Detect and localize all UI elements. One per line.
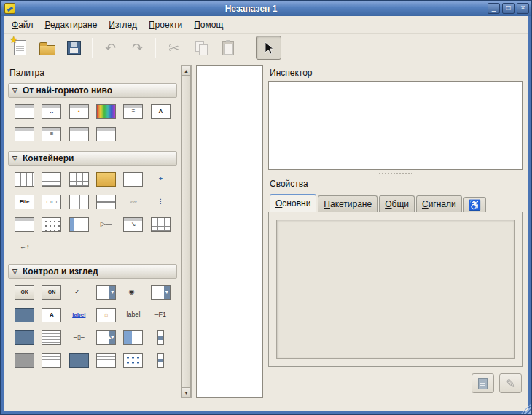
selector-button[interactable] (256, 36, 281, 60)
notebook-icon (151, 217, 171, 232)
hbox-icon (42, 172, 61, 187)
palette-section-header[interactable]: ▽От най-горното ниво (8, 83, 177, 98)
palette-item-file-chooser-button[interactable]: ⌂ (93, 307, 120, 322)
menu-projects[interactable]: Проекти (144, 18, 187, 32)
palette-item-vpaned[interactable] (66, 194, 93, 209)
palette-item-viewport[interactable]: ↘ (120, 217, 146, 232)
palette-item-input-dialog[interactable] (11, 126, 38, 141)
palette-item-frame[interactable] (93, 171, 120, 187)
paste-button[interactable] (215, 36, 240, 60)
palette-item-hbuttonbox[interactable]: ▫▫▫ (120, 194, 146, 209)
hscale-icon: –▯– (69, 330, 89, 345)
palette-item-font-selection-dialog[interactable]: A (147, 104, 174, 119)
palette-item-radio-button[interactable]: ◉– (120, 284, 146, 300)
palette-item-vbuttonbox[interactable]: ⋮ (147, 194, 174, 209)
palette-item-expander[interactable]: ▷— (93, 217, 120, 232)
palette-item-dialog[interactable]: ‥ (38, 104, 65, 119)
palette-item-alignment[interactable] (11, 217, 38, 232)
expander-triangle-icon: ▽ (12, 268, 17, 275)
palette-item-combo-box[interactable]: ▾ (147, 284, 174, 300)
menu-edit[interactable]: Редактиране (40, 18, 103, 32)
cut-button[interactable]: ✂ (161, 36, 187, 60)
statusbar-icon (15, 353, 34, 368)
palette-item-entry[interactable] (11, 307, 38, 322)
palette-item-calendar[interactable] (38, 352, 65, 368)
palette-item-check-button[interactable]: ✓– (66, 284, 93, 300)
palette-section-header[interactable]: ▽Контрол и изглед (8, 264, 177, 279)
save-button[interactable] (61, 36, 87, 60)
undo-button[interactable]: ↶ (98, 36, 123, 60)
combo-box-icon: ▾ (151, 285, 171, 300)
menu-file[interactable]: Файл (7, 18, 39, 32)
tab-general[interactable]: Основни (270, 194, 316, 212)
tab-common[interactable]: Общи (379, 195, 415, 212)
palette-scrollbar[interactable]: ▲ ▼ (181, 65, 192, 398)
palette-item-toggle-button[interactable]: ON (38, 284, 65, 300)
palette-item-vbox[interactable] (11, 171, 38, 187)
palette-item-file-chooser-dialog[interactable]: ≡ (120, 104, 146, 119)
scrollbar-thumb[interactable] (181, 76, 191, 387)
palette-item-window[interactable] (11, 104, 38, 119)
palette-item-label[interactable]: label (120, 307, 146, 322)
viewport-icon: ↘ (123, 217, 143, 232)
palette-item-image[interactable] (11, 330, 38, 345)
redo-button[interactable]: ↷ (125, 36, 150, 60)
menu-help[interactable]: Помощ (189, 18, 228, 32)
inspector-view[interactable] (268, 81, 523, 170)
close-button[interactable]: × (517, 3, 529, 14)
dialog-icon: ‥ (42, 104, 61, 119)
copy-button[interactable] (188, 36, 214, 60)
palette-item-layout[interactable] (38, 217, 65, 232)
palette-item-toolbar[interactable]: ▭▭ (38, 194, 65, 209)
palette-item-vscrollbar[interactable] (147, 352, 174, 368)
tab-packing[interactable]: Пакетиране (318, 195, 378, 212)
tab-accessibility[interactable]: ♿ (463, 197, 486, 212)
palette-item-aspect-frame[interactable] (120, 171, 146, 187)
palette-section-header[interactable]: ▽Контейнери (8, 151, 177, 166)
menu-view[interactable]: Изглед (103, 18, 142, 32)
tab-signals[interactable]: Сигнали (416, 195, 462, 212)
palette-item-assistant[interactable] (93, 126, 120, 141)
palette-item-icon-view[interactable] (120, 352, 146, 368)
palette-item-notebook[interactable] (147, 217, 174, 232)
palette-item-tree-view[interactable] (93, 352, 120, 368)
palette-item-hbox[interactable] (38, 171, 65, 187)
radio-button-icon: ◉– (123, 285, 143, 300)
palette-item-accel-label[interactable]: –F1 (147, 307, 174, 322)
palette-item-vscale[interactable] (147, 330, 174, 345)
palette-item-button[interactable]: OK (11, 284, 38, 300)
palette-item-table[interactable] (66, 171, 93, 187)
palette-item-scrolled-window[interactable]: + (147, 171, 174, 187)
open-button[interactable] (34, 36, 60, 60)
palette-item-text-view[interactable] (38, 330, 65, 345)
expander-icon: ▷— (96, 217, 116, 232)
titlebar[interactable]: Незапазен 1 _ □ × (1, 1, 531, 16)
palette-item-statusbar[interactable] (11, 352, 38, 368)
palette-item-message-dialog[interactable]: ▪ (66, 104, 93, 119)
new-button[interactable] (7, 36, 33, 60)
palette-item-color-selection-dialog[interactable] (93, 104, 120, 119)
color-selection-dialog-icon (96, 104, 116, 119)
layout-icon (42, 217, 61, 232)
edit-button[interactable]: ✎ (499, 373, 522, 393)
design-canvas[interactable] (196, 65, 263, 398)
maximize-button[interactable]: □ (502, 3, 515, 14)
palette-item-combo-box-entry[interactable]: ▾ (93, 284, 120, 300)
palette-item-hpaned[interactable] (93, 194, 120, 209)
palette-item-handlebox[interactable] (66, 217, 93, 232)
hscrollbar-icon (69, 353, 89, 368)
palette-item-about-dialog[interactable] (66, 126, 93, 141)
scroll-up-icon[interactable]: ▲ (181, 66, 191, 76)
scroll-down-icon[interactable]: ▼ (181, 387, 191, 397)
documentation-button[interactable] (472, 373, 494, 393)
minimize-button[interactable]: _ (488, 3, 500, 14)
palette-item-font-button[interactable]: A (38, 307, 65, 322)
palette-item-spin-button[interactable]: ▴▾ (93, 330, 120, 345)
palette-item-recent-chooser-dialog[interactable]: ≡ (38, 126, 65, 141)
palette-item-link-button[interactable]: label (66, 307, 93, 322)
palette-item-menubar[interactable]: File (11, 194, 38, 209)
palette-item-progress-bar[interactable] (120, 330, 146, 345)
palette-item-hscale[interactable]: –▯– (66, 330, 93, 345)
palette-item-hscrollbar[interactable] (66, 352, 93, 368)
palette-item-fixed[interactable]: ←↑ (11, 239, 38, 255)
